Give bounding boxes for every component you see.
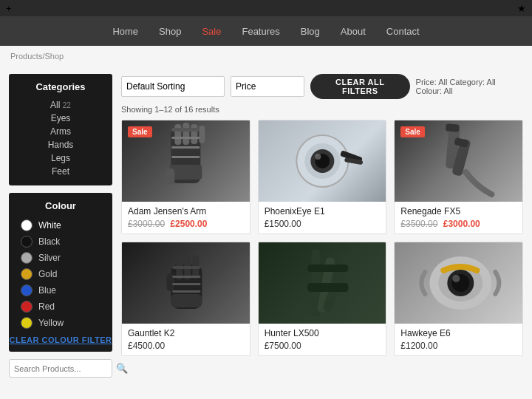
nav-about[interactable]: About [341, 26, 366, 37]
svg-rect-36 [307, 283, 348, 292]
price-regular: £7500.00 [265, 341, 301, 351]
product-card[interactable]: Sale Ad [121, 120, 250, 234]
svg-rect-3 [183, 123, 189, 145]
product-image [259, 242, 386, 324]
list-item[interactable]: All 22 [9, 98, 112, 112]
product-price: £3000.00 £2500.00 [128, 219, 244, 229]
colour-red[interactable]: Red [9, 299, 112, 315]
colour-white[interactable]: White [9, 217, 112, 233]
svg-rect-32 [172, 290, 200, 293]
product-image: Sale [122, 120, 250, 202]
category-feet-link[interactable]: Feet [9, 165, 112, 178]
svg-rect-5 [199, 126, 205, 143]
product-price: £4500.00 [128, 341, 244, 351]
price-new: £3000.00 [443, 219, 480, 229]
category-arms-link[interactable]: Arms [9, 125, 112, 138]
colour-yellow-label: Yellow [38, 318, 64, 328]
svg-rect-24 [171, 294, 202, 307]
search-input[interactable] [14, 364, 116, 373]
list-item[interactable]: Legs [9, 151, 112, 165]
nav-shop[interactable]: Shop [159, 26, 181, 37]
nav-home[interactable]: Home [112, 26, 138, 37]
sidebar: Categories All 22 Eyes Arms Hands Legs F… [9, 66, 112, 399]
gold-swatch [21, 268, 33, 280]
svg-rect-9 [171, 146, 200, 149]
product-image [395, 242, 522, 324]
nav-blog[interactable]: Blog [301, 26, 320, 37]
svg-rect-30 [172, 276, 200, 278]
silver-swatch [21, 252, 33, 264]
top-bar: + ★ [0, 0, 532, 16]
product-card[interactable]: Hawkeye E6 £1200.00 [394, 242, 523, 356]
colour-blue-label: Blue [38, 285, 56, 296]
product-card[interactable]: Hunter LX500 £7500.00 [258, 242, 387, 356]
sort-select[interactable]: Default Sorting [121, 76, 225, 97]
colour-silver[interactable]: Silver [9, 250, 112, 266]
nav-features[interactable]: Features [242, 26, 279, 37]
product-info: Hunter LX500 £7500.00 [259, 324, 386, 355]
blue-swatch [21, 284, 33, 296]
product-info: PhoenixEye E1 £1500.00 [259, 202, 386, 233]
colour-blue[interactable]: Blue [9, 282, 112, 299]
nav-sale[interactable]: Sale [202, 26, 221, 37]
colour-yellow[interactable]: Yellow [9, 315, 112, 331]
search-box[interactable]: 🔍 [9, 359, 112, 378]
price-regular: £1200.00 [400, 341, 437, 351]
clear-all-filters-button[interactable]: CLEAR ALL FILTERS [310, 74, 410, 99]
price-old: £3000.00 [128, 219, 165, 229]
price-regular: £1500.00 [265, 219, 301, 229]
list-item[interactable]: Hands [9, 138, 112, 151]
sale-badge: Sale [400, 126, 425, 137]
list-item[interactable]: Eyes [9, 112, 112, 125]
product-svg [122, 242, 250, 324]
main-nav: Home Shop Sale Features Blog About Conta… [0, 16, 532, 46]
colour-gold[interactable]: Gold [9, 266, 112, 282]
list-item[interactable]: Feet [9, 165, 112, 178]
colour-black-label: Black [38, 236, 60, 247]
product-image [259, 120, 386, 202]
colour-title: Colour [9, 200, 112, 211]
white-swatch [21, 219, 33, 231]
main-layout: Categories All 22 Eyes Arms Hands Legs F… [0, 66, 532, 399]
product-price: £1500.00 [265, 219, 381, 229]
svg-rect-21 [446, 123, 460, 132]
product-name: PhoenixEye E1 [265, 206, 381, 216]
product-name: Renegade FX5 [400, 206, 516, 216]
svg-rect-10 [171, 156, 200, 158]
colour-white-label: White [38, 220, 61, 231]
product-card[interactable]: Gauntlet K2 £4500.00 [121, 242, 250, 356]
category-hands-link[interactable]: Hands [9, 138, 112, 151]
product-svg [259, 120, 386, 202]
list-item[interactable]: Arms [9, 125, 112, 138]
price-regular: £4500.00 [128, 341, 165, 351]
category-all-count: 22 [63, 101, 71, 109]
category-all-link[interactable]: All 22 [9, 98, 112, 112]
price-select[interactable]: Price [231, 76, 304, 97]
showing-results-text: Showing 1–12 of 16 results [121, 105, 523, 114]
top-bar-left: + [6, 3, 12, 14]
colour-gold-label: Gold [38, 269, 57, 279]
clear-colour-label: CLEAR COLOUR FILTER [10, 335, 112, 344]
sale-badge: Sale [128, 126, 152, 137]
product-card[interactable]: Sale Renegade FX5 £3500.00 £3000.00 [394, 120, 523, 234]
categories-section: Categories All 22 Eyes Arms Hands Legs F… [9, 74, 112, 185]
colour-black[interactable]: Black [9, 233, 112, 250]
product-name: Adam Jensen's Arm [128, 206, 244, 216]
product-price: £1200.00 [400, 341, 516, 351]
product-info: Renegade FX5 £3500.00 £3000.00 [395, 202, 522, 233]
svg-rect-37 [307, 265, 348, 272]
svg-rect-29 [172, 266, 200, 269]
product-image: Sale [395, 120, 522, 202]
category-legs-link[interactable]: Legs [9, 151, 112, 165]
toolbar: Default Sorting Price CLEAR ALL FILTERS … [121, 74, 523, 99]
nav-contact[interactable]: Contact [386, 26, 420, 37]
product-name: Hawkeye E6 [400, 328, 516, 338]
clear-colour-filter-button[interactable]: CLEAR COLOUR FILTER [9, 335, 112, 344]
svg-rect-2 [174, 124, 181, 145]
svg-rect-7 [171, 128, 200, 132]
category-eyes-link[interactable]: Eyes [9, 112, 112, 125]
categories-list: All 22 Eyes Arms Hands Legs Feet [9, 98, 112, 178]
breadcrumb: Products/Shop [0, 46, 532, 66]
product-card[interactable]: PhoenixEye E1 £1500.00 [258, 120, 387, 234]
top-bar-right: ★ [517, 3, 526, 14]
